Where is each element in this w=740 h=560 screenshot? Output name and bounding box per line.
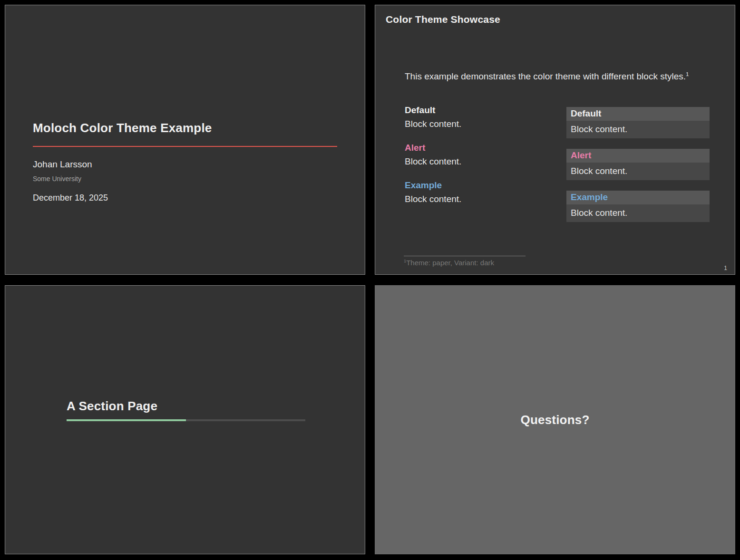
blocks-columns: Default Block content. Alert Block conte…	[405, 105, 709, 232]
title-page-content: Moloch Color Theme Example Johan Larsson…	[33, 121, 341, 203]
filled-block-example: Example Block content.	[566, 191, 710, 222]
institute-name: Some University	[33, 175, 341, 183]
plain-block-title: Default	[405, 105, 566, 116]
filled-block-title: Alert	[566, 149, 710, 163]
section-progress-track	[67, 419, 305, 421]
presentation-date: December 18, 2025	[33, 193, 341, 203]
intro-paragraph: This example demonstrates the color them…	[405, 70, 699, 84]
footnote-area: 1Theme: paper, Variant: dark	[404, 256, 526, 267]
plain-block-title: Alert	[405, 142, 566, 154]
plain-blocks-column: Default Block content. Alert Block conte…	[405, 105, 566, 217]
section-content: A Section Page	[67, 399, 305, 421]
questions-title: Questions?	[520, 413, 589, 427]
filled-block-title: Example	[566, 191, 710, 204]
filled-block-content: Block content.	[566, 163, 710, 180]
section-progress-fill	[67, 419, 186, 421]
filled-block-default: Default Block content.	[566, 107, 710, 138]
plain-block-content: Block content.	[405, 193, 566, 205]
title-accent-rule	[33, 146, 337, 147]
section-title: A Section Page	[67, 399, 305, 414]
frame-title: Color Theme Showcase	[386, 14, 500, 25]
page-number: 1	[724, 265, 727, 271]
slide-title-page: Moloch Color Theme Example Johan Larsson…	[5, 5, 365, 275]
filled-block-alert: Alert Block content.	[566, 149, 710, 180]
filled-block-content: Block content.	[566, 121, 710, 138]
intro-text: This example demonstrates the color them…	[405, 71, 686, 81]
footnote-rule	[404, 256, 526, 256]
presentation-title: Moloch Color Theme Example	[33, 121, 341, 135]
plain-block-content: Block content.	[405, 156, 566, 167]
slide-questions-page: Questions?	[375, 285, 735, 554]
slide-color-theme-showcase: Color Theme Showcase This example demons…	[375, 5, 735, 275]
plain-block-alert: Alert Block content.	[405, 142, 566, 167]
slide-section-page: A Section Page	[5, 285, 365, 554]
plain-block-title: Example	[405, 180, 566, 191]
footnote-text: Theme: paper, Variant: dark	[406, 259, 494, 267]
filled-block-content: Block content.	[566, 204, 710, 222]
filled-block-title: Default	[566, 107, 710, 121]
filled-blocks-column: Default Block content. Alert Block conte…	[566, 107, 710, 232]
plain-block-content: Block content.	[405, 118, 566, 130]
intro-footnote-marker: 1	[686, 71, 689, 77]
author-name: Johan Larsson	[33, 159, 341, 170]
plain-block-default: Default Block content.	[405, 105, 566, 130]
footnote: 1Theme: paper, Variant: dark	[404, 259, 526, 267]
plain-block-example: Example Block content.	[405, 180, 566, 205]
